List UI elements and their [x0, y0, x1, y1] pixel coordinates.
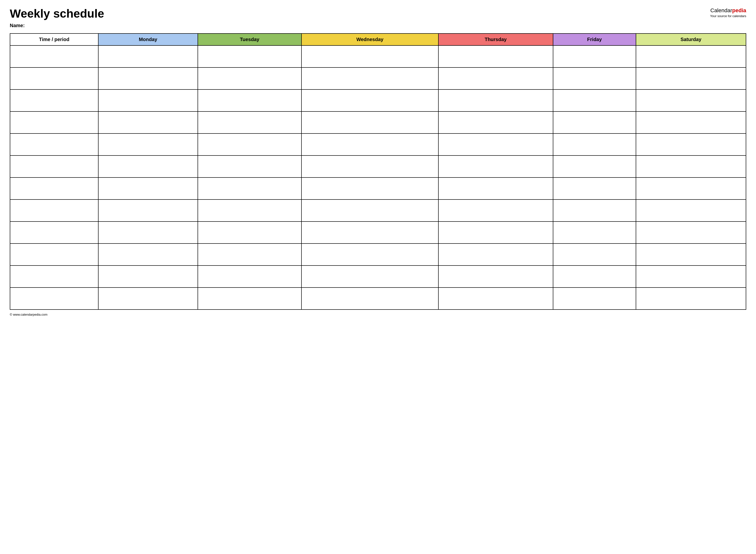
- schedule-cell[interactable]: [302, 156, 438, 177]
- schedule-cell[interactable]: [98, 177, 198, 200]
- schedule-cell[interactable]: [302, 90, 438, 111]
- schedule-cell[interactable]: [98, 90, 198, 111]
- schedule-cell[interactable]: [553, 67, 636, 90]
- schedule-cell[interactable]: [98, 222, 198, 243]
- schedule-cell[interactable]: [302, 111, 438, 133]
- schedule-cell[interactable]: [636, 287, 746, 310]
- col-header-thursday: Thursday: [438, 34, 553, 46]
- schedule-cell[interactable]: [98, 200, 198, 222]
- time-cell[interactable]: [10, 287, 98, 310]
- table-row: [10, 222, 746, 243]
- time-cell[interactable]: [10, 90, 98, 111]
- schedule-cell[interactable]: [98, 111, 198, 133]
- schedule-cell[interactable]: [198, 266, 302, 287]
- schedule-cell[interactable]: [198, 90, 302, 111]
- table-row: [10, 111, 746, 133]
- schedule-cell[interactable]: [198, 177, 302, 200]
- col-header-wednesday: Wednesday: [302, 34, 438, 46]
- schedule-cell[interactable]: [636, 222, 746, 243]
- footer: © www.calendarpedia.com: [10, 313, 746, 316]
- schedule-cell[interactable]: [553, 177, 636, 200]
- footer-url: © www.calendarpedia.com: [10, 313, 47, 316]
- schedule-cell[interactable]: [98, 156, 198, 177]
- col-header-friday: Friday: [553, 34, 636, 46]
- col-header-monday: Monday: [98, 34, 198, 46]
- title-section: Weekly schedule Name:: [10, 7, 104, 29]
- schedule-cell[interactable]: [98, 243, 198, 266]
- logo-calendar-part: Calendar: [710, 7, 732, 13]
- time-cell[interactable]: [10, 111, 98, 133]
- schedule-cell[interactable]: [98, 266, 198, 287]
- schedule-cell[interactable]: [198, 222, 302, 243]
- schedule-cell[interactable]: [553, 90, 636, 111]
- time-cell[interactable]: [10, 133, 98, 156]
- schedule-cell[interactable]: [553, 287, 636, 310]
- logo-text: Calendarpedia: [710, 7, 746, 14]
- schedule-cell[interactable]: [636, 90, 746, 111]
- time-cell[interactable]: [10, 266, 98, 287]
- schedule-cell[interactable]: [438, 67, 553, 90]
- schedule-cell[interactable]: [438, 90, 553, 111]
- schedule-cell[interactable]: [438, 200, 553, 222]
- schedule-cell[interactable]: [302, 222, 438, 243]
- schedule-cell[interactable]: [302, 200, 438, 222]
- col-header-tuesday: Tuesday: [198, 34, 302, 46]
- schedule-cell[interactable]: [636, 266, 746, 287]
- schedule-cell[interactable]: [198, 67, 302, 90]
- time-cell[interactable]: [10, 156, 98, 177]
- schedule-cell[interactable]: [438, 177, 553, 200]
- schedule-cell[interactable]: [98, 46, 198, 67]
- schedule-cell[interactable]: [438, 222, 553, 243]
- schedule-cell[interactable]: [302, 287, 438, 310]
- schedule-cell[interactable]: [98, 67, 198, 90]
- schedule-cell[interactable]: [302, 46, 438, 67]
- table-row: [10, 67, 746, 90]
- schedule-cell[interactable]: [636, 177, 746, 200]
- schedule-cell[interactable]: [438, 266, 553, 287]
- schedule-cell[interactable]: [553, 243, 636, 266]
- schedule-cell[interactable]: [636, 243, 746, 266]
- schedule-cell[interactable]: [198, 133, 302, 156]
- schedule-cell[interactable]: [553, 156, 636, 177]
- schedule-cell[interactable]: [553, 46, 636, 67]
- schedule-cell[interactable]: [438, 133, 553, 156]
- time-cell[interactable]: [10, 46, 98, 67]
- time-cell[interactable]: [10, 200, 98, 222]
- schedule-cell[interactable]: [302, 177, 438, 200]
- schedule-cell[interactable]: [438, 46, 553, 67]
- schedule-cell[interactable]: [636, 200, 746, 222]
- schedule-cell[interactable]: [438, 243, 553, 266]
- schedule-cell[interactable]: [553, 200, 636, 222]
- schedule-cell[interactable]: [302, 266, 438, 287]
- schedule-cell[interactable]: [302, 67, 438, 90]
- schedule-cell[interactable]: [438, 111, 553, 133]
- schedule-cell[interactable]: [198, 111, 302, 133]
- schedule-cell[interactable]: [98, 287, 198, 310]
- time-cell[interactable]: [10, 222, 98, 243]
- schedule-cell[interactable]: [198, 156, 302, 177]
- table-row: [10, 177, 746, 200]
- schedule-cell[interactable]: [553, 133, 636, 156]
- schedule-cell[interactable]: [198, 243, 302, 266]
- schedule-cell[interactable]: [553, 222, 636, 243]
- logo-tagline: Your source for calendars: [710, 14, 746, 18]
- schedule-cell[interactable]: [636, 156, 746, 177]
- schedule-cell[interactable]: [553, 111, 636, 133]
- schedule-cell[interactable]: [636, 67, 746, 90]
- schedule-cell[interactable]: [636, 46, 746, 67]
- time-cell[interactable]: [10, 243, 98, 266]
- schedule-cell[interactable]: [636, 133, 746, 156]
- schedule-cell[interactable]: [438, 287, 553, 310]
- schedule-cell[interactable]: [636, 111, 746, 133]
- schedule-cell[interactable]: [198, 287, 302, 310]
- schedule-table: Time / period Monday Tuesday Wednesday T…: [10, 33, 746, 310]
- time-cell[interactable]: [10, 177, 98, 200]
- schedule-cell[interactable]: [553, 266, 636, 287]
- schedule-cell[interactable]: [98, 133, 198, 156]
- schedule-cell[interactable]: [302, 133, 438, 156]
- schedule-cell[interactable]: [198, 46, 302, 67]
- schedule-cell[interactable]: [198, 200, 302, 222]
- schedule-cell[interactable]: [302, 243, 438, 266]
- schedule-cell[interactable]: [438, 156, 553, 177]
- time-cell[interactable]: [10, 67, 98, 90]
